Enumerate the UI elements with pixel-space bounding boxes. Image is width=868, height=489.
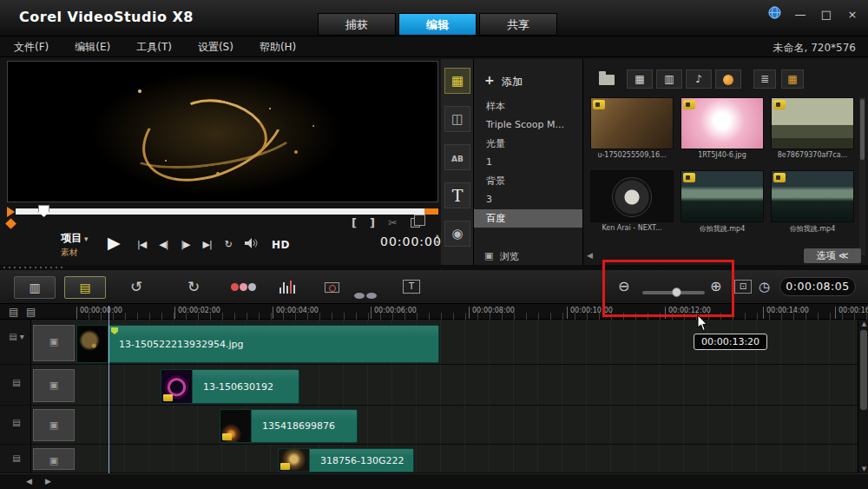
category-title[interactable]: T	[444, 182, 470, 208]
menu-settings[interactable]: 设置(S)	[198, 40, 233, 55]
volume-icon[interactable]	[245, 238, 259, 251]
category-transition[interactable]: ◫	[444, 106, 470, 132]
show-all-media-button[interactable]: ▦	[627, 69, 653, 89]
overlay-track-1[interactable]: ▤ ▣ 13-150630192	[0, 367, 858, 406]
next-frame-button[interactable]: |▶	[181, 239, 189, 250]
overlay-track-icons[interactable]: ▤	[6, 453, 27, 463]
split-clip-icon[interactable]: ✂	[388, 216, 398, 229]
timeline-clip-3[interactable]: 135418699876	[220, 409, 358, 443]
show-all-tracks-icon[interactable]: ▤	[26, 306, 36, 318]
instant-project-icon[interactable]	[354, 285, 378, 302]
menu-file[interactable]: 文件(F)	[14, 40, 49, 55]
go-end-button[interactable]: ▶|	[203, 239, 212, 250]
library-item[interactable]: 8e78679370af7ca...	[771, 97, 854, 159]
globe-icon[interactable]	[768, 6, 781, 22]
timeline-clip-1[interactable]: 13-150522213932954.jpg	[76, 325, 439, 363]
category-title-ab[interactable]: AB	[444, 144, 470, 170]
menu-help[interactable]: 帮助(H)	[260, 40, 296, 55]
library-item[interactable]: 你拍我跳.mp4	[681, 170, 764, 234]
subtitle-editor-button[interactable]: T	[403, 280, 420, 294]
timeline-ruler[interactable]: ▤ ▤ 00:00:00:00 00:00:02:00 00:00:04:00 …	[0, 304, 868, 320]
timeline-clip-2[interactable]: 13-150630192	[161, 369, 299, 404]
spinner-down-icon[interactable]: ▾	[436, 239, 439, 246]
show-photos-button[interactable]: ▥	[656, 69, 682, 89]
maximize-button[interactable]: □	[819, 8, 833, 21]
record-capture-icon[interactable]	[231, 283, 256, 291]
tab-share[interactable]: 共享	[479, 13, 557, 36]
library-item[interactable]: 1RT5J40-6.jpg	[681, 97, 764, 159]
library-item[interactable]: u-1750255509,16...	[590, 97, 674, 159]
show-audio-button[interactable]: ♪	[686, 69, 712, 89]
prev-frame-button[interactable]: ◀|	[159, 239, 168, 250]
gallery-item-background[interactable]: 背景	[474, 172, 582, 190]
gallery-item-1[interactable]: 1	[474, 153, 582, 171]
minimize-button[interactable]: —	[793, 8, 807, 21]
overlay-track-header[interactable]: ▣	[33, 409, 75, 441]
show-web-button[interactable]	[715, 69, 741, 89]
track-manager-icon[interactable]: ▤	[9, 306, 18, 318]
motion-tracking-icon[interactable]	[325, 282, 339, 293]
sound-mixer-icon[interactable]	[279, 281, 295, 294]
add-folder-row[interactable]: + 添加	[474, 73, 582, 90]
scroll-up-icon[interactable]: ▲	[860, 320, 868, 327]
playback-mode-toggle[interactable]: 项目▾ 素材	[61, 231, 89, 259]
undo-button[interactable]: ↺	[130, 278, 142, 295]
timeline-view-button[interactable]: ▤	[64, 276, 106, 299]
repeat-button[interactable]: ↻	[225, 239, 232, 250]
mark-out-button[interactable]: ]	[370, 216, 375, 229]
category-motion[interactable]: ◉	[444, 221, 470, 247]
gallery-item-3[interactable]: 3	[474, 190, 582, 208]
gallery-item-sample[interactable]: 样本	[474, 97, 582, 116]
overlay-track-header[interactable]: ▣	[33, 369, 75, 402]
trim-start-marker[interactable]	[7, 207, 15, 217]
mode-project-label[interactable]: 项目	[61, 232, 82, 244]
spinner-up-icon[interactable]: ▴	[436, 232, 439, 239]
timeline-clip-4[interactable]: 318756-130G222	[278, 448, 414, 472]
overlay-track-3[interactable]: ▤ ▣ 318756-130G222	[0, 446, 858, 473]
tab-edit[interactable]: 编辑	[398, 13, 477, 36]
gallery-item-flare[interactable]: 光量	[474, 135, 582, 153]
gallery-item-triplescoop[interactable]: Triple Scoop M...	[474, 116, 582, 134]
scroll-right-button[interactable]: ▶	[45, 477, 51, 486]
menu-edit[interactable]: 编辑(E)	[75, 40, 110, 55]
scroll-left-button[interactable]: ◀	[26, 477, 32, 486]
mark-in-button[interactable]: [	[352, 216, 357, 229]
hd-badge[interactable]: HD	[272, 239, 290, 251]
close-button[interactable]: ×	[845, 8, 859, 21]
overlay-track-icons[interactable]: ▤	[6, 418, 27, 427]
library-item[interactable]: Ken Arai - NEXT...	[590, 170, 674, 232]
enlarge-preview-icon[interactable]	[411, 218, 420, 228]
scrollbar-thumb[interactable]	[860, 330, 867, 410]
options-button[interactable]: 选项 ≪	[804, 248, 861, 263]
browse-row[interactable]: ▣ 浏览	[474, 248, 582, 265]
thumbnail-view-button[interactable]: ▦	[781, 69, 804, 89]
overlay-track-icons[interactable]: ▤	[6, 378, 27, 387]
overlay-track-2[interactable]: ▤ ▣ 135418699876	[0, 407, 858, 445]
import-folder-icon[interactable]	[599, 75, 615, 85]
clock-icon[interactable]: ◷	[759, 279, 770, 294]
timeline-timecode[interactable]: 0:00:08:05	[779, 277, 856, 296]
video-track-icons[interactable]: ▤ ▾	[6, 332, 27, 341]
scrollbar-thumb[interactable]	[860, 99, 865, 160]
timeline-vertical-scrollbar[interactable]: ▲ ▼	[858, 320, 868, 473]
go-start-button[interactable]: |◀	[137, 239, 146, 250]
gallery-item-baidu[interactable]: 百度	[474, 209, 582, 228]
scroll-down-icon[interactable]: ▼	[860, 466, 868, 472]
overlay-track-header[interactable]: ▣	[33, 448, 75, 470]
menu-tools[interactable]: 工具(T)	[136, 40, 172, 55]
trim-end-marker[interactable]	[424, 208, 438, 215]
mode-clip-label[interactable]: 素材	[61, 247, 89, 259]
fit-project-button[interactable]: ⊡	[734, 280, 752, 294]
library-scrollbar[interactable]	[859, 97, 865, 255]
tab-capture[interactable]: 捕获	[318, 13, 396, 36]
category-media[interactable]: ▦	[444, 68, 470, 94]
redo-button[interactable]: ↻	[187, 278, 200, 295]
library-item[interactable]: 你拍我跳.mp4	[771, 170, 854, 234]
seek-bar[interactable]	[16, 208, 424, 215]
play-button[interactable]: ▶	[108, 233, 121, 252]
scrubber-handle[interactable]	[38, 205, 49, 217]
list-view-button[interactable]: ≣	[753, 69, 776, 89]
playhead-line[interactable]	[108, 306, 109, 473]
collapse-panel-icon[interactable]: ◀	[587, 251, 593, 260]
storyboard-view-button[interactable]: ▥	[14, 276, 56, 299]
